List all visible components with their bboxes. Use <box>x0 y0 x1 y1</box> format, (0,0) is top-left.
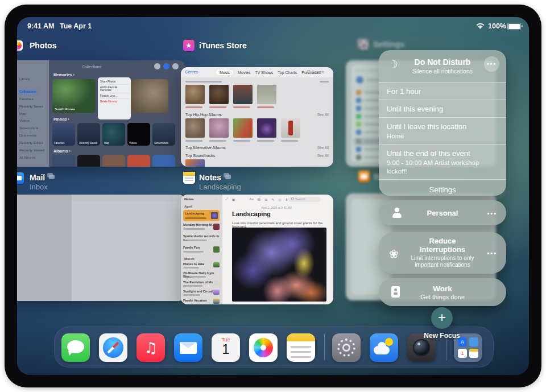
notes-list-item: Monday Morning M... <box>183 223 220 233</box>
notes-search-field: Search <box>288 197 321 202</box>
messages-app-icon[interactable] <box>61 333 90 362</box>
dnd-option-for-1-hour[interactable]: For 1 hour <box>379 82 506 100</box>
settings-card-label: Settings <box>373 40 404 49</box>
photos-toolbar-circle2 <box>172 63 179 69</box>
photos-album-tile <box>77 155 100 167</box>
sun-icon <box>385 338 393 346</box>
notes-list-item: 20-Minute Daily Gym Wor... <box>183 271 220 280</box>
dnd-subtitle: Silence all notifications <box>396 68 489 75</box>
status-date: Tue Apr 1 <box>60 22 92 30</box>
album-cover <box>257 118 276 138</box>
itunes-card-label: iTunes Store <box>199 41 247 50</box>
dnd-option-until-leave-location[interactable]: Until I leave this locationHome <box>379 117 506 144</box>
dnd-settings-button[interactable]: Settings <box>379 179 506 200</box>
photos-album-tile <box>52 155 75 167</box>
photos-memory-tile2 <box>131 79 168 113</box>
photos-pinned-tile: Map <box>102 123 125 146</box>
itunes-tabs: Music Movies TV Shows Top Charts Purchas… <box>216 69 321 76</box>
notes-app-card[interactable]: Notes ⋯ April Landscaping Monday Morning… <box>181 195 333 304</box>
photos-context-menu: Share Photos Add to Favorite Memories Fe… <box>98 77 131 119</box>
notes-list-item: Sunlight and Circad... <box>183 290 220 298</box>
dock-divider <box>324 334 325 360</box>
safari-app-icon[interactable] <box>99 333 127 362</box>
dnd-option-until-evening[interactable]: Until this evening <box>379 100 506 117</box>
itunes-search-field: Search <box>307 70 324 74</box>
mail-app-card[interactable] <box>17 195 185 301</box>
mail-card-label: Mail <box>30 173 55 182</box>
person-icon <box>391 207 403 218</box>
album-cover <box>185 85 205 104</box>
itunes-see-all: See All <box>317 146 329 150</box>
photos-card-label: Photos <box>30 41 56 50</box>
notes-list-item: Spatial Audio records in s... <box>183 234 220 245</box>
calendar-app-icon[interactable]: Tue 1 <box>212 333 240 362</box>
mail-dock-icon[interactable] <box>174 333 202 362</box>
wifi-icon <box>475 23 485 30</box>
photos-dock-icon[interactable] <box>249 333 278 362</box>
reduce-interruptions-icon: ❀ <box>389 247 399 261</box>
do-not-disturb-panel: ☾ Do Not Disturb Silence all notificatio… <box>379 50 506 196</box>
itunes-see-all: See All <box>317 113 329 117</box>
mail-window-title: Inbox <box>30 183 48 191</box>
multiwindow-icon <box>225 175 231 179</box>
notes-list-item: Places to Hike <box>183 262 220 271</box>
photos-albums-header: Albums › <box>53 149 71 153</box>
focus-work-button[interactable]: Work Get things done <box>379 278 506 306</box>
reduce-more-button[interactable]: ••• <box>487 250 497 257</box>
photos-avatar <box>163 63 169 69</box>
notes-sidebar-title: Notes <box>184 197 194 201</box>
new-focus-add-button[interactable]: + <box>431 307 453 329</box>
books-app-icon-ghost <box>358 171 370 182</box>
notes-list-item: The Evolution of Mo... <box>183 280 220 289</box>
itunes-store-app-icon: ★ <box>183 40 195 51</box>
status-time: 9:41 AM <box>27 22 54 30</box>
album-cover <box>209 118 229 138</box>
itunes-section-hiphop: Top Hip-Hop Albums <box>185 113 222 117</box>
photos-pinned-header: Pinned › <box>53 117 69 121</box>
mail-app-icon <box>17 172 24 184</box>
photos-memory-tile: South Korea <box>52 79 96 113</box>
photos-pinned-tile: Favorites <box>52 123 75 146</box>
personal-more-button[interactable]: ••• <box>487 210 497 217</box>
album-cover <box>281 118 300 138</box>
battery-icon <box>507 23 521 30</box>
settings-dock-icon[interactable] <box>332 333 361 362</box>
itunes-see-all: See All <box>317 154 329 158</box>
itunes-store-app-card[interactable]: Genres Music Movies TV Shows Top Charts … <box>181 67 333 167</box>
notes-dock-icon[interactable] <box>287 333 315 362</box>
dnd-title: Do Not Disturb <box>402 57 483 67</box>
notes-date: April 1, 2025 at 9:41 AM <box>225 206 328 209</box>
weather-app-icon[interactable] <box>370 333 398 362</box>
itunes-genres-link: Genres <box>185 70 198 74</box>
notes-list-item: Family Fun <box>183 246 220 256</box>
photos-memories-header: Memories › <box>53 73 75 77</box>
album-cover <box>185 159 205 167</box>
ipad-screen: 9:41 AM Tue Apr 1 100% Photos ★ iTunes S… <box>17 17 529 375</box>
camera-lens <box>413 339 430 356</box>
notes-photo-iris <box>232 228 326 302</box>
multiwindow-icon <box>49 175 55 179</box>
envelope-flap <box>180 342 197 348</box>
album-cover <box>233 85 253 104</box>
focus-reduce-interruptions-button[interactable]: ❀ Reduce Interruptions Limit interruptio… <box>379 232 506 274</box>
music-app-icon[interactable]: ♫ <box>136 333 165 362</box>
new-focus-label: New Focus <box>408 332 476 340</box>
photos-app-card[interactable]: Library Collections Favorites Recently S… <box>17 60 185 167</box>
notes-title: Landscaping <box>232 211 271 217</box>
notes-list-item-selected: Landscaping <box>183 210 220 221</box>
photos-pinned-tile: Videos <box>127 123 150 146</box>
notes-app-icon <box>183 172 195 184</box>
focus-personal-button[interactable]: Personal ••• <box>379 200 506 225</box>
dnd-more-button[interactable]: ••• <box>484 56 499 72</box>
photos-album-tile <box>152 155 175 167</box>
notes-toolbar: ⤢▣Aa☰⊞✎◎⬆⋯ <box>225 197 296 201</box>
work-badge-icon <box>391 286 400 298</box>
photos-pinned-tile: Screenshots <box>152 123 175 146</box>
notes-window-title: Landscaping <box>199 183 241 191</box>
album-cover <box>257 85 276 104</box>
settings-app-icon-ghost <box>357 39 369 50</box>
album-cover <box>209 85 229 104</box>
status-battery-percent: 100% <box>488 22 506 30</box>
dnd-option-until-end-of-event[interactable]: Until the end of this event9:00 - 10:00 … <box>379 144 506 179</box>
album-cover <box>185 118 205 138</box>
